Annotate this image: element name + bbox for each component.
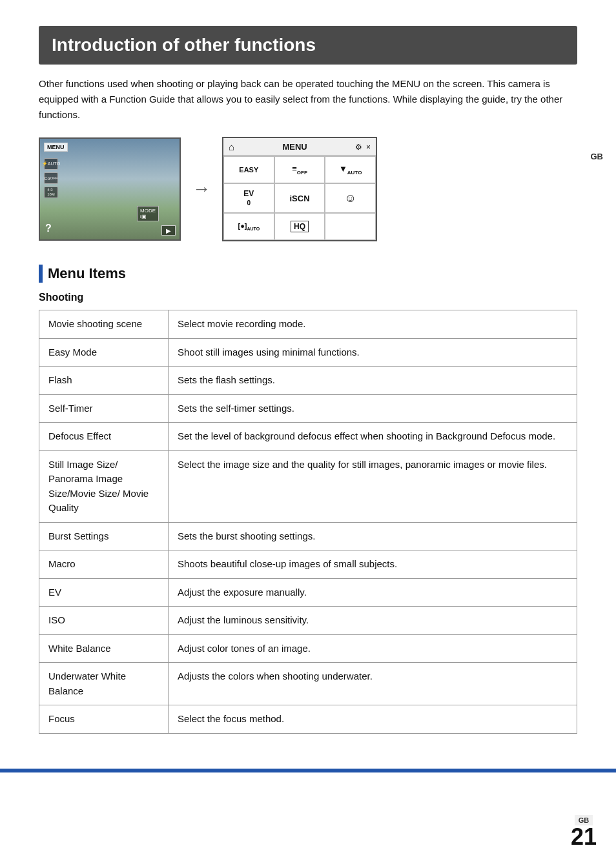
desc-cell: Set the level of background defocus effe… xyxy=(169,423,577,451)
menu-panel-title: MENU xyxy=(234,142,355,152)
desc-cell: Sets the flash settings. xyxy=(169,367,577,395)
table-row: Easy ModeShoot still images using minima… xyxy=(39,338,577,367)
iscn-icon: iSCN xyxy=(289,194,309,203)
display-off-icon: ≡OFF xyxy=(292,164,307,176)
desc-cell: Adjusts the colors when shooting underwa… xyxy=(169,663,577,705)
menu-button-label: MENU xyxy=(44,143,68,152)
smile-cell[interactable]: ☺ xyxy=(325,183,376,213)
table-row: Movie shooting sceneSelect movie recordi… xyxy=(39,310,577,339)
blue-bar-icon xyxy=(39,265,43,283)
bottom-right: GB 21 xyxy=(571,815,597,849)
term-cell: Underwater White Balance xyxy=(39,663,169,705)
table-row: ISOAdjust the luminous sensitivity. xyxy=(39,607,577,635)
page: Introduction of other functions Other fu… xyxy=(0,0,616,772)
menu-table: Movie shooting sceneSelect movie recordi… xyxy=(39,310,577,734)
table-row: FocusSelect the focus method. xyxy=(39,705,577,734)
term-cell: Still Image Size/ Panorama Image Size/Mo… xyxy=(39,450,169,522)
iscn-cell[interactable]: iSCN xyxy=(274,183,325,213)
co-icon: CoOFF xyxy=(44,172,58,184)
term-cell: Burst Settings xyxy=(39,522,169,550)
menu-panel-header: ⌂ MENU ⚙ × xyxy=(223,138,376,156)
term-cell: Macro xyxy=(39,550,169,579)
page-number: 21 xyxy=(571,825,597,849)
table-row: FlashSets the flash settings. xyxy=(39,367,577,395)
smile-icon: ☺ xyxy=(344,192,356,205)
menu-panel: ⌂ MENU ⚙ × EASY ≡OFF ▼AUTO EV0 xyxy=(222,137,377,241)
question-icon: ? xyxy=(45,223,52,234)
term-cell: ISO xyxy=(39,607,169,635)
desc-cell: Shoot still images using minimal functio… xyxy=(169,338,577,367)
gb-label: GB xyxy=(591,152,604,161)
table-row: Defocus EffectSet the level of backgroun… xyxy=(39,423,577,451)
flash-auto-icon: ⚡AUTO xyxy=(44,158,58,170)
term-cell: Self-Timer xyxy=(39,394,169,423)
desc-cell: Sets the burst shooting settings. xyxy=(169,522,577,550)
table-row: Underwater White BalanceAdjusts the colo… xyxy=(39,663,577,705)
subsection-title: Shooting xyxy=(39,289,577,306)
term-cell: White Balance xyxy=(39,634,169,663)
desc-cell: Adjust the luminous sensitivity. xyxy=(169,607,577,635)
menu-grid: EASY ≡OFF ▼AUTO EV0 iSCN ☺ [●]AU xyxy=(223,156,376,240)
section-title: Menu Items xyxy=(48,265,126,282)
settings-icon: ⚙ xyxy=(355,143,362,152)
arrow-icon: → xyxy=(192,179,210,199)
desc-cell: Sets the self-timer settings. xyxy=(169,394,577,423)
bottom-bar xyxy=(0,769,616,772)
term-cell: Flash xyxy=(39,367,169,395)
desc-cell: Select movie recording mode. xyxy=(169,310,577,339)
hq-cell[interactable]: HQ xyxy=(274,213,325,240)
hq-icon: HQ xyxy=(291,221,309,232)
easy-mode-cell[interactable]: EASY xyxy=(223,156,274,183)
video-auto-cell[interactable]: ▼AUTO xyxy=(325,156,376,183)
table-row: MacroShoots beautiful close-up images of… xyxy=(39,550,577,579)
ev-icon: EV0 xyxy=(243,189,254,207)
camera-screen: MENU ⚡AUTO CoOFF 4:316M ? MODEi▣ ▶ xyxy=(39,137,181,241)
camera-sidebar: ⚡AUTO CoOFF 4:316M xyxy=(44,158,58,198)
play-icon: ▶ xyxy=(161,225,176,236)
auto-cell[interactable]: [●]AUTO xyxy=(223,213,274,240)
video-auto-icon: ▼AUTO xyxy=(339,164,362,176)
easy-label: EASY xyxy=(239,166,258,174)
term-cell: EV xyxy=(39,578,169,607)
auto-icon: [●]AUTO xyxy=(238,222,260,231)
camera-demo: MENU ⚡AUTO CoOFF 4:316M ? MODEi▣ ▶ → ⌂ M… xyxy=(39,137,577,241)
term-cell: Easy Mode xyxy=(39,338,169,367)
mode-icon: MODEi▣ xyxy=(137,206,159,221)
intro-text: Other functions used when shooting or pl… xyxy=(39,76,577,123)
term-cell: Focus xyxy=(39,705,169,734)
home-icon: ⌂ xyxy=(229,141,234,152)
table-row: Burst SettingsSets the burst shooting se… xyxy=(39,522,577,550)
table-row: Still Image Size/ Panorama Image Size/Mo… xyxy=(39,450,577,522)
title-box: Introduction of other functions xyxy=(39,26,577,65)
empty-cell xyxy=(325,213,376,240)
display-off-cell[interactable]: ≡OFF xyxy=(274,156,325,183)
table-row: White BalanceAdjust color tones of an im… xyxy=(39,634,577,663)
desc-cell: Select the image size and the quality fo… xyxy=(169,450,577,522)
desc-cell: Shoots beautiful close-up images of smal… xyxy=(169,550,577,579)
table-row: EVAdjust the exposure manually. xyxy=(39,578,577,607)
close-icon: × xyxy=(366,143,371,152)
page-title: Introduction of other functions xyxy=(52,35,564,56)
section-header: Menu Items xyxy=(39,265,577,283)
desc-cell: Adjust color tones of an image. xyxy=(169,634,577,663)
desc-cell: Adjust the exposure manually. xyxy=(169,578,577,607)
ev-cell[interactable]: EV0 xyxy=(223,183,274,213)
term-cell: Defocus Effect xyxy=(39,423,169,451)
desc-cell: Select the focus method. xyxy=(169,705,577,734)
table-row: Self-TimerSets the self-timer settings. xyxy=(39,394,577,423)
term-cell: Movie shooting scene xyxy=(39,310,169,339)
ratio-icon: 4:316M xyxy=(44,187,58,198)
header-icons: ⚙ × xyxy=(355,143,371,152)
